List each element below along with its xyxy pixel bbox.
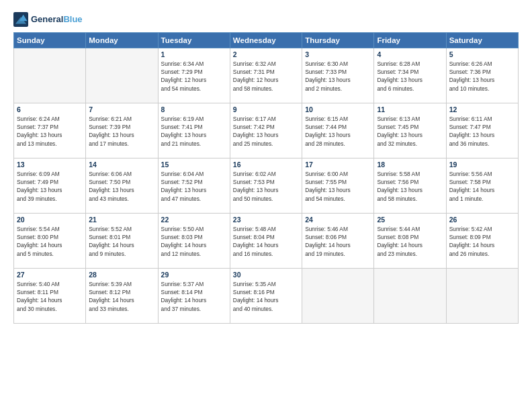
day-number: 5 xyxy=(449,50,515,58)
calendar-cell: 26Sunrise: 5:42 AM Sunset: 8:09 PM Dayli… xyxy=(446,214,518,269)
day-number: 27 xyxy=(17,271,83,279)
page: GeneralBlue SundayMondayTuesdayWednesday… xyxy=(0,0,532,411)
calendar-cell: 27Sunrise: 5:40 AM Sunset: 8:11 PM Dayli… xyxy=(14,269,86,324)
cell-sun-info: Sunrise: 6:13 AM Sunset: 7:45 PM Dayligh… xyxy=(377,115,443,148)
day-number: 13 xyxy=(17,161,83,169)
day-number: 11 xyxy=(377,105,443,113)
cell-sun-info: Sunrise: 5:40 AM Sunset: 8:11 PM Dayligh… xyxy=(17,280,83,313)
day-number: 3 xyxy=(305,50,371,58)
calendar-cell: 25Sunrise: 5:44 AM Sunset: 8:08 PM Dayli… xyxy=(374,214,446,269)
calendar-cell: 29Sunrise: 5:37 AM Sunset: 8:14 PM Dayli… xyxy=(158,269,230,324)
weekday-header-friday: Friday xyxy=(374,33,446,48)
calendar-cell: 2Sunrise: 6:32 AM Sunset: 7:31 PM Daylig… xyxy=(230,48,302,103)
day-number: 21 xyxy=(89,216,154,224)
cell-sun-info: Sunrise: 5:39 AM Sunset: 8:12 PM Dayligh… xyxy=(89,280,154,313)
calendar-cell: 4Sunrise: 6:28 AM Sunset: 7:34 PM Daylig… xyxy=(374,48,446,103)
weekday-header-thursday: Thursday xyxy=(302,33,374,48)
cell-sun-info: Sunrise: 6:11 AM Sunset: 7:47 PM Dayligh… xyxy=(449,115,515,148)
logo: GeneralBlue xyxy=(13,12,83,27)
day-number: 20 xyxy=(17,216,83,224)
cell-sun-info: Sunrise: 6:15 AM Sunset: 7:44 PM Dayligh… xyxy=(305,115,371,148)
cell-sun-info: Sunrise: 6:24 AM Sunset: 7:37 PM Dayligh… xyxy=(17,115,83,148)
week-row-3: 20Sunrise: 5:54 AM Sunset: 8:00 PM Dayli… xyxy=(14,214,519,269)
calendar-cell: 10Sunrise: 6:15 AM Sunset: 7:44 PM Dayli… xyxy=(302,103,374,158)
calendar-cell: 11Sunrise: 6:13 AM Sunset: 7:45 PM Dayli… xyxy=(374,103,446,158)
week-row-2: 13Sunrise: 6:09 AM Sunset: 7:49 PM Dayli… xyxy=(14,158,519,214)
day-number: 6 xyxy=(17,105,83,113)
day-number: 28 xyxy=(89,271,154,279)
cell-sun-info: Sunrise: 5:48 AM Sunset: 8:04 PM Dayligh… xyxy=(233,225,299,258)
day-number: 9 xyxy=(233,105,299,113)
day-number: 25 xyxy=(377,216,443,224)
header: GeneralBlue xyxy=(13,12,519,27)
calendar-cell: 30Sunrise: 5:35 AM Sunset: 8:16 PM Dayli… xyxy=(230,269,302,324)
weekday-header-sunday: Sunday xyxy=(14,33,86,48)
day-number: 15 xyxy=(161,161,227,169)
week-row-1: 6Sunrise: 6:24 AM Sunset: 7:37 PM Daylig… xyxy=(14,103,519,158)
day-number: 24 xyxy=(305,216,371,224)
week-row-0: 1Sunrise: 6:34 AM Sunset: 7:29 PM Daylig… xyxy=(14,48,519,103)
day-number: 18 xyxy=(377,161,443,169)
cell-sun-info: Sunrise: 6:21 AM Sunset: 7:39 PM Dayligh… xyxy=(89,115,154,148)
weekday-header-wednesday: Wednesday xyxy=(230,33,302,48)
day-number: 17 xyxy=(305,161,371,169)
weekday-header-row: SundayMondayTuesdayWednesdayThursdayFrid… xyxy=(14,33,519,48)
calendar-cell: 19Sunrise: 5:56 AM Sunset: 7:58 PM Dayli… xyxy=(446,158,518,214)
calendar-cell: 22Sunrise: 5:50 AM Sunset: 8:03 PM Dayli… xyxy=(158,214,230,269)
weekday-header-tuesday: Tuesday xyxy=(158,33,230,48)
cell-sun-info: Sunrise: 6:17 AM Sunset: 7:42 PM Dayligh… xyxy=(233,115,299,148)
calendar-cell: 3Sunrise: 6:30 AM Sunset: 7:33 PM Daylig… xyxy=(302,48,374,103)
day-number: 12 xyxy=(449,105,515,113)
calendar-cell: 9Sunrise: 6:17 AM Sunset: 7:42 PM Daylig… xyxy=(230,103,302,158)
calendar-cell: 15Sunrise: 6:04 AM Sunset: 7:52 PM Dayli… xyxy=(158,158,230,214)
cell-sun-info: Sunrise: 6:34 AM Sunset: 7:29 PM Dayligh… xyxy=(161,60,227,93)
calendar-cell: 20Sunrise: 5:54 AM Sunset: 8:00 PM Dayli… xyxy=(14,214,86,269)
cell-sun-info: Sunrise: 5:54 AM Sunset: 8:00 PM Dayligh… xyxy=(17,225,83,258)
cell-sun-info: Sunrise: 5:35 AM Sunset: 8:16 PM Dayligh… xyxy=(233,280,299,313)
cell-sun-info: Sunrise: 6:00 AM Sunset: 7:55 PM Dayligh… xyxy=(305,170,371,203)
logo-text: GeneralBlue xyxy=(31,15,83,24)
day-number: 19 xyxy=(449,161,515,169)
calendar-cell: 1Sunrise: 6:34 AM Sunset: 7:29 PM Daylig… xyxy=(158,48,230,103)
calendar-cell xyxy=(302,269,374,324)
day-number: 10 xyxy=(305,105,371,113)
cell-sun-info: Sunrise: 6:04 AM Sunset: 7:52 PM Dayligh… xyxy=(161,170,227,203)
cell-sun-info: Sunrise: 6:19 AM Sunset: 7:41 PM Dayligh… xyxy=(161,115,227,148)
day-number: 4 xyxy=(377,50,443,58)
calendar-cell: 5Sunrise: 6:26 AM Sunset: 7:36 PM Daylig… xyxy=(446,48,518,103)
day-number: 7 xyxy=(89,105,154,113)
cell-sun-info: Sunrise: 5:46 AM Sunset: 8:06 PM Dayligh… xyxy=(305,225,371,258)
cell-sun-info: Sunrise: 6:09 AM Sunset: 7:49 PM Dayligh… xyxy=(17,170,83,203)
calendar-cell: 7Sunrise: 6:21 AM Sunset: 7:39 PM Daylig… xyxy=(86,103,158,158)
cell-sun-info: Sunrise: 5:58 AM Sunset: 7:56 PM Dayligh… xyxy=(377,170,443,203)
day-number: 2 xyxy=(233,50,299,58)
cell-sun-info: Sunrise: 5:37 AM Sunset: 8:14 PM Dayligh… xyxy=(161,280,227,313)
weekday-header-saturday: Saturday xyxy=(446,33,518,48)
cell-sun-info: Sunrise: 6:28 AM Sunset: 7:34 PM Dayligh… xyxy=(377,60,443,93)
calendar-cell: 13Sunrise: 6:09 AM Sunset: 7:49 PM Dayli… xyxy=(14,158,86,214)
calendar-cell xyxy=(446,269,518,324)
calendar-cell xyxy=(86,48,158,103)
calendar-cell: 24Sunrise: 5:46 AM Sunset: 8:06 PM Dayli… xyxy=(302,214,374,269)
cell-sun-info: Sunrise: 6:30 AM Sunset: 7:33 PM Dayligh… xyxy=(305,60,371,93)
day-number: 29 xyxy=(161,271,227,279)
calendar: SundayMondayTuesdayWednesdayThursdayFrid… xyxy=(13,32,519,324)
day-number: 8 xyxy=(161,105,227,113)
day-number: 16 xyxy=(233,161,299,169)
calendar-cell: 28Sunrise: 5:39 AM Sunset: 8:12 PM Dayli… xyxy=(86,269,158,324)
calendar-cell: 17Sunrise: 6:00 AM Sunset: 7:55 PM Dayli… xyxy=(302,158,374,214)
weekday-header-monday: Monday xyxy=(86,33,158,48)
calendar-cell: 21Sunrise: 5:52 AM Sunset: 8:01 PM Dayli… xyxy=(86,214,158,269)
cell-sun-info: Sunrise: 5:44 AM Sunset: 8:08 PM Dayligh… xyxy=(377,225,443,258)
day-number: 1 xyxy=(161,50,227,58)
cell-sun-info: Sunrise: 5:42 AM Sunset: 8:09 PM Dayligh… xyxy=(449,225,515,258)
cell-sun-info: Sunrise: 6:06 AM Sunset: 7:50 PM Dayligh… xyxy=(89,170,154,203)
cell-sun-info: Sunrise: 6:32 AM Sunset: 7:31 PM Dayligh… xyxy=(233,60,299,93)
cell-sun-info: Sunrise: 6:02 AM Sunset: 7:53 PM Dayligh… xyxy=(233,170,299,203)
calendar-cell: 14Sunrise: 6:06 AM Sunset: 7:50 PM Dayli… xyxy=(86,158,158,214)
cell-sun-info: Sunrise: 5:56 AM Sunset: 7:58 PM Dayligh… xyxy=(449,170,515,203)
week-row-4: 27Sunrise: 5:40 AM Sunset: 8:11 PM Dayli… xyxy=(14,269,519,324)
day-number: 22 xyxy=(161,216,227,224)
calendar-cell: 16Sunrise: 6:02 AM Sunset: 7:53 PM Dayli… xyxy=(230,158,302,214)
calendar-cell xyxy=(374,269,446,324)
